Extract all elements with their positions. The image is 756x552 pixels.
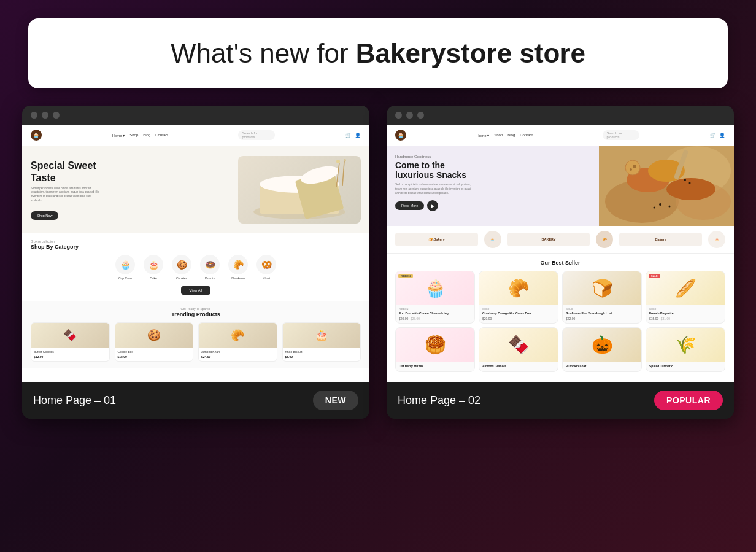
p1-hero-text: Special Sweet Taste Sed ut perspiciatis … xyxy=(31,160,238,219)
p2-hero-play[interactable]: ▶ xyxy=(427,200,438,211)
p1-category-section: Browse collection Shop By Category 🧁 Cup… xyxy=(22,233,369,301)
p2-prod-1[interactable]: 🥐 GOLD Cranberry Orange Hot Cross Bun $2… xyxy=(479,271,558,324)
p2-prod-3[interactable]: SALE 🥖 GOLD French Baguette $15.00 $31.0… xyxy=(646,271,725,324)
p2-prod-r2-0[interactable]: 🥮 Oat Berry Muffin xyxy=(395,327,475,373)
p2-prod-info-2: GOLD Sunflower Flax Sourdough Loaf $22.0… xyxy=(563,305,641,323)
frame1-badge: NEW xyxy=(313,391,358,410)
p2-prod-img-r2-3: 🌾 xyxy=(646,328,725,362)
frame2-badge: POPULAR xyxy=(654,391,723,410)
p1-prod-img-2: 🥐 xyxy=(199,323,277,348)
p2-badge-3: SALE xyxy=(649,274,660,278)
dot-yellow xyxy=(42,112,48,119)
cake-icon: 🎂 xyxy=(144,255,163,274)
p2-hero-desc: Sed ut perspiciatis unde omnis iste natu… xyxy=(395,183,475,195)
p1-prod-info-0: Butter Cookies $12.00 xyxy=(31,348,109,361)
p2-logo: 🧁 xyxy=(395,130,406,141)
p1-categories: 🧁 Cup Cake 🎂 Cake 🍪 Cookies 🍩 Donuts xyxy=(31,255,361,280)
p2-prod-info-0: RIBBON Fun Bun with Cream Cheese Icing $… xyxy=(396,305,474,323)
p1-prod-img-3: 🎂 xyxy=(283,323,361,348)
p2-prod-img-r2-0: 🥮 xyxy=(396,328,474,362)
page2-content: 🧁 Home ▾ Shop Blog Contact Search for pr… xyxy=(387,125,734,382)
p2-nav-shop[interactable]: Shop xyxy=(494,133,503,138)
dot2-red xyxy=(395,112,402,119)
p2-hero-btn[interactable]: Read More xyxy=(395,201,424,210)
p1-product-1[interactable]: 🍪 Cookie Box $18.00 xyxy=(115,322,194,362)
p2-hero: Handmade Goodness Come to the luxurious … xyxy=(387,146,734,226)
cat-cake[interactable]: 🎂 Cake xyxy=(144,255,163,280)
frames-container: 🧁 Home ▾ Shop Blog Contact Search for pr… xyxy=(22,106,734,419)
p2-hero-title: Come to the luxurious Snacks xyxy=(395,160,719,180)
p2-bs-title: Our Best Seller xyxy=(395,260,725,266)
p2-prod-r2-1[interactable]: 🍫 Almond Granola xyxy=(479,327,558,373)
p2-title-line2: luxurious Snacks xyxy=(395,170,466,180)
namkeen-icon: 🥐 xyxy=(228,255,248,274)
p1-prod-img-1: 🍪 xyxy=(115,323,193,348)
p1-browse-label: Browse collection xyxy=(31,239,361,243)
p1-search[interactable]: Search for products... xyxy=(238,130,275,140)
p2-products-row2: 🥮 Oat Berry Muffin 🍫 Almond Granola 🎃 xyxy=(395,327,725,373)
brand-5: Bakery xyxy=(619,233,702,246)
p2-prod-info-1: GOLD Cranberry Orange Hot Cross Bun $20.… xyxy=(479,305,558,323)
p1-hero-btn[interactable]: Shop Now xyxy=(31,211,58,220)
khari-icon: 🥨 xyxy=(256,255,276,274)
p2-nav-blog[interactable]: Blog xyxy=(507,133,515,138)
p1-prod-info-2: Almond Khari $24.00 xyxy=(199,348,277,361)
p2-bestseller: Our Best Seller RIBBON 🧁 RIBBON Fun Bun … xyxy=(387,254,734,382)
p1-title-line1: Special Sweet xyxy=(31,160,96,171)
titlebar-2 xyxy=(387,106,734,125)
cat-namkeen[interactable]: 🥐 Namkeen xyxy=(228,255,248,280)
p1-nav-blog[interactable]: Blog xyxy=(143,133,150,138)
p2-prod-r2-3[interactable]: 🌾 Spiced Turmeric xyxy=(646,327,725,373)
p2-nav-home[interactable]: Home ▾ xyxy=(477,133,490,138)
dot2-yellow xyxy=(406,112,413,119)
p2-badge-0: RIBBON xyxy=(398,274,413,278)
titlebar-1 xyxy=(22,106,369,125)
p1-nav-home[interactable]: Home ▾ xyxy=(112,133,125,138)
view-all-button[interactable]: View All xyxy=(181,286,211,295)
p1-nav-contact[interactable]: Contact xyxy=(155,133,168,138)
p2-nav-links: Home ▾ Shop Blog Contact xyxy=(477,133,533,138)
dot2-green xyxy=(417,112,424,119)
p2-prod-2[interactable]: 🍞 GOLD Sunflower Flax Sourdough Loaf $22… xyxy=(562,271,642,324)
p1-nav-links: Home ▾ Shop Blog Contact xyxy=(112,133,168,138)
frame2-footer: Home Page – 02 POPULAR xyxy=(387,382,734,419)
title-bold: Bakerystore store xyxy=(356,38,585,68)
cake-svg xyxy=(241,157,358,223)
title-prefix: What's new for xyxy=(171,38,356,68)
p1-trend-label: Get Ready To Sparkle xyxy=(31,307,361,311)
p1-product-3[interactable]: 🎂 Khari Biscuit $8.00 xyxy=(282,322,361,362)
p2-prod-r2-2[interactable]: 🎃 Pumpkin Loaf xyxy=(562,327,642,373)
user-icon[interactable]: 👤 xyxy=(355,133,361,138)
svg-point-7 xyxy=(336,160,340,163)
p1-product-0[interactable]: 🍫 Butter Cookies $12.00 xyxy=(31,322,110,362)
frame1-footer: Home Page – 01 NEW xyxy=(22,382,369,419)
brand-1: 🍞 Bakery xyxy=(395,233,478,246)
cat-cupcake[interactable]: 🧁 Cup Cake xyxy=(115,255,135,280)
p2-user-icon[interactable]: 👤 xyxy=(719,133,725,138)
browser-frame-1: 🧁 Home ▾ Shop Blog Contact Search for pr… xyxy=(22,106,369,419)
p2-prod-img-r2-1: 🍫 xyxy=(479,328,558,362)
p1-products-list: 🍫 Butter Cookies $12.00 🍪 Cookie Box $18… xyxy=(31,322,361,362)
p2-prod-0[interactable]: RIBBON 🧁 RIBBON Fun Bun with Cream Chees… xyxy=(395,271,475,324)
brand-6: 🎂 xyxy=(708,231,725,248)
p2-navbar: 🧁 Home ▾ Shop Blog Contact Search for pr… xyxy=(387,125,734,146)
p2-cart-icon[interactable]: 🛒 xyxy=(710,133,716,138)
header-card: What's new for Bakerystore store xyxy=(28,18,728,88)
p1-product-2[interactable]: 🥐 Almond Khari $24.00 xyxy=(198,322,277,362)
p1-prod-info-1: Cookie Box $18.00 xyxy=(115,348,193,361)
donuts-icon: 🍩 xyxy=(200,255,220,274)
cat-donuts[interactable]: 🍩 Donuts xyxy=(200,255,220,280)
p2-nav-contact[interactable]: Contact xyxy=(520,133,533,138)
p1-trending-section: Get Ready To Sparkle Trending Products 🍫… xyxy=(22,301,369,368)
frame1-label: Home Page – 01 xyxy=(33,394,116,407)
p2-nav-icons: 🛒 👤 xyxy=(710,133,725,138)
svg-point-8 xyxy=(344,159,346,161)
cat-cookies[interactable]: 🍪 Cookies xyxy=(172,255,191,280)
p2-prod-img-r2-2: 🎃 xyxy=(563,328,641,362)
p1-nav-shop[interactable]: Shop xyxy=(129,133,138,138)
cat-khari[interactable]: 🥨 Khari xyxy=(256,255,276,280)
p2-prod-info-r2-2: Pumpkin Loaf xyxy=(563,362,641,372)
p2-search[interactable]: Search for products... xyxy=(603,130,639,140)
cart-icon[interactable]: 🛒 xyxy=(345,133,352,138)
p1-prod-img-0: 🍫 xyxy=(31,323,109,348)
